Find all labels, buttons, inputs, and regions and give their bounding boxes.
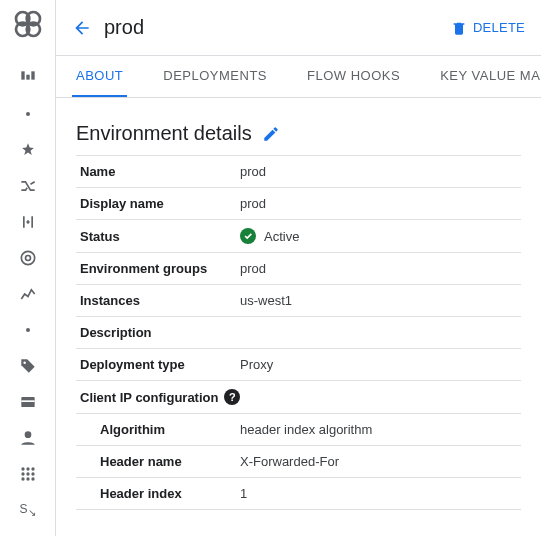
- label-header-name: Header name: [76, 446, 236, 478]
- sidebar-item-shuffle[interactable]: [8, 168, 48, 204]
- value-env-groups: prod: [236, 253, 521, 285]
- value-display-name: prod: [236, 188, 521, 220]
- label-status: Status: [76, 220, 236, 253]
- svg-point-20: [26, 477, 29, 480]
- svg-point-13: [21, 467, 24, 470]
- svg-point-8: [25, 256, 30, 261]
- sidebar-item-develop[interactable]: [8, 132, 48, 168]
- svg-point-14: [26, 467, 29, 470]
- label-display-name: Display name: [76, 188, 236, 220]
- row-header-name: Header name X-Forwarded-For: [76, 446, 521, 478]
- help-icon[interactable]: ?: [224, 389, 240, 405]
- row-display-name: Display name prod: [76, 188, 521, 220]
- delete-label: DELETE: [473, 20, 525, 35]
- tab-key-value-maps[interactable]: KEY VALUE MAP: [436, 56, 541, 98]
- value-name: prod: [236, 156, 521, 188]
- label-deployment-type: Deployment type: [76, 349, 236, 381]
- label-client-ip-config: Client IP configuration: [80, 390, 218, 405]
- row-status: Status Active: [76, 220, 521, 253]
- row-header-index: Header index 1: [76, 478, 521, 510]
- back-arrow-icon[interactable]: [72, 18, 92, 38]
- value-instances: us-west1: [236, 285, 521, 317]
- details-table: Name prod Display name prod Status Acti: [76, 155, 521, 510]
- edit-button[interactable]: [262, 125, 280, 143]
- sidebar-item-dashboard[interactable]: [8, 60, 48, 96]
- value-algorithm: header index algorithm: [236, 414, 521, 446]
- content: Environment details Name prod Display na…: [56, 98, 541, 536]
- row-env-groups: Environment groups prod: [76, 253, 521, 285]
- value-deployment-type: Proxy: [236, 349, 521, 381]
- label-env-groups: Environment groups: [76, 253, 236, 285]
- section-title: Environment details: [76, 122, 252, 145]
- sidebar-item-analytics[interactable]: [8, 276, 48, 312]
- svg-point-7: [21, 251, 34, 264]
- page-header: prod DELETE: [56, 0, 541, 56]
- value-status: Active: [236, 220, 521, 253]
- svg-point-16: [21, 472, 24, 475]
- sidebar-item-tag[interactable]: [8, 348, 48, 384]
- svg-point-19: [21, 477, 24, 480]
- label-name: Name: [76, 156, 236, 188]
- svg-rect-5: [26, 75, 29, 80]
- label-header-index: Header index: [76, 478, 236, 510]
- value-header-index: 1: [236, 478, 521, 510]
- label-description: Description: [76, 317, 236, 349]
- sidebar-item-spend[interactable]: S↘: [8, 492, 48, 528]
- svg-rect-6: [31, 71, 34, 79]
- tabs: ABOUT DEPLOYMENTS FLOW HOOKS KEY VALUE M…: [56, 56, 541, 98]
- sidebar-separator: [8, 96, 48, 132]
- value-header-name: X-Forwarded-For: [236, 446, 521, 478]
- row-instances: Instances us-west1: [76, 285, 521, 317]
- svg-point-18: [31, 472, 34, 475]
- tab-deployments[interactable]: DEPLOYMENTS: [159, 56, 271, 98]
- row-client-ip-config: Client IP configuration ?: [76, 381, 521, 414]
- tab-about[interactable]: ABOUT: [72, 56, 127, 98]
- status-text: Active: [264, 229, 299, 244]
- trash-icon: [451, 20, 467, 36]
- sidebar-item-publish[interactable]: [8, 204, 48, 240]
- label-algorithm: Algorithim: [76, 414, 236, 446]
- row-algorithm: Algorithim header index algorithm: [76, 414, 521, 446]
- svg-point-12: [24, 431, 31, 438]
- svg-point-17: [26, 472, 29, 475]
- svg-rect-11: [21, 400, 34, 402]
- sidebar-item-apps[interactable]: [8, 456, 48, 492]
- page-title: prod: [104, 16, 439, 39]
- row-description: Description: [76, 317, 521, 349]
- tab-flow-hooks[interactable]: FLOW HOOKS: [303, 56, 404, 98]
- product-logo[interactable]: [12, 8, 44, 40]
- label-instances: Instances: [76, 285, 236, 317]
- sidebar-item-card[interactable]: [8, 384, 48, 420]
- row-deployment-type: Deployment type Proxy: [76, 349, 521, 381]
- sidebar-item-user[interactable]: [8, 420, 48, 456]
- svg-rect-4: [21, 71, 24, 79]
- sidebar: S↘: [0, 0, 56, 536]
- sidebar-item-security[interactable]: [8, 240, 48, 276]
- check-circle-icon: [240, 228, 256, 244]
- svg-point-15: [31, 467, 34, 470]
- svg-point-21: [31, 477, 34, 480]
- pencil-icon: [262, 125, 280, 143]
- row-name: Name prod: [76, 156, 521, 188]
- value-description: [236, 317, 521, 349]
- svg-point-9: [23, 361, 26, 364]
- delete-button[interactable]: DELETE: [451, 20, 525, 36]
- sidebar-separator-2: [8, 312, 48, 348]
